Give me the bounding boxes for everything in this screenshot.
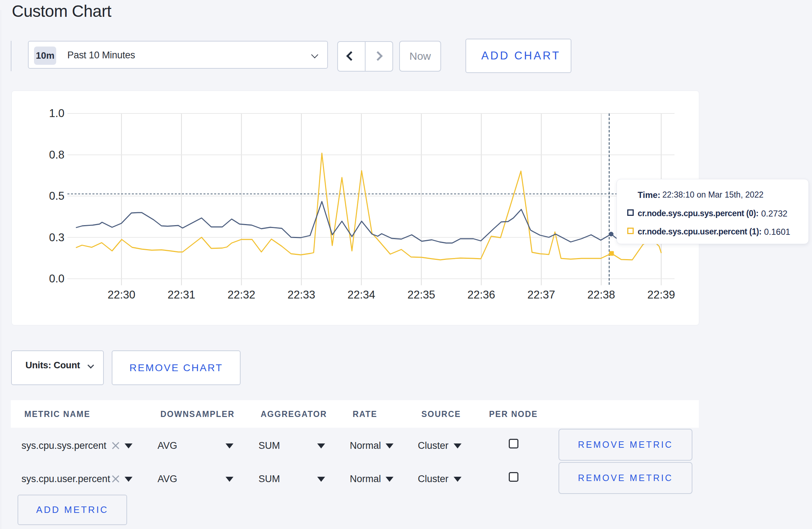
svg-text:22:33: 22:33	[287, 288, 315, 301]
svg-text:22:31: 22:31	[168, 288, 195, 301]
svg-text:22:38: 22:38	[588, 288, 615, 301]
svg-text:22:36: 22:36	[468, 288, 496, 301]
svg-text:0.3: 0.3	[49, 231, 64, 244]
svg-text:0.0: 0.0	[49, 272, 64, 285]
svg-text:22:35: 22:35	[407, 288, 435, 301]
svg-text:22:37: 22:37	[527, 288, 555, 301]
svg-text:22:39: 22:39	[647, 288, 675, 301]
svg-text:22:34: 22:34	[348, 288, 376, 301]
svg-text:0.8: 0.8	[49, 149, 64, 161]
svg-text:0.5: 0.5	[49, 190, 64, 202]
svg-text:22:32: 22:32	[228, 288, 256, 301]
svg-text:1.0: 1.0	[49, 107, 64, 120]
svg-text:22:30: 22:30	[108, 288, 136, 301]
